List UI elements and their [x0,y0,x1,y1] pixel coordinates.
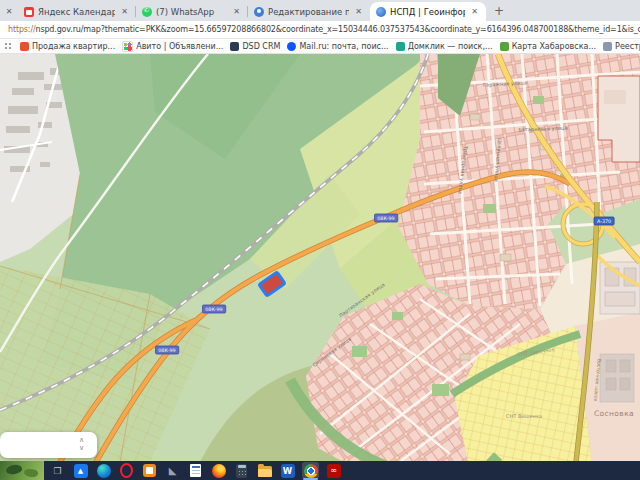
apps-grid-icon[interactable] [4,42,13,51]
dsd-crm-favicon [230,42,239,51]
whatsapp-favicon [142,7,152,17]
map-render [0,54,640,462]
firefox-icon[interactable] [210,462,227,479]
bookmark-city-map[interactable]: Карта Хабаровска... [500,42,596,51]
bookmark-domclick[interactable]: Домклик — поиск,... [396,42,493,51]
tab-whatsapp[interactable]: (7) WhatsApp ✕ [136,2,248,21]
crm-favicon [254,7,264,17]
bookmark-registry[interactable]: Реестр объектов н... [603,42,640,51]
photos-icon[interactable] [141,462,158,479]
url-text: nspd.gov.ru/map?thematic=PKK&zoom=15.665… [35,25,640,34]
yandex-disk-icon[interactable]: ▲ [72,462,89,479]
bookmark-label: Авито | Объявлени... [136,42,223,51]
bookmark-label: Домклик — поиск,... [408,42,493,51]
road-badge-federal: А-370 [594,217,615,226]
tab-label: Редактирование продавца с [268,7,349,17]
tab-close-icon[interactable]: ✕ [4,7,15,16]
tab-close-icon[interactable]: ✕ [353,7,364,16]
avito-favicon [122,41,133,52]
tab-yandex-calendar[interactable]: Яндекс Календарь ✕ [18,2,136,21]
bookmark-dsd-crm[interactable]: DSD CRM [230,42,280,51]
tab-stub[interactable]: ✕ [0,2,18,21]
tab-crm-seller[interactable]: Редактирование продавца с ✕ [248,2,370,21]
tab-close-icon[interactable]: ✕ [231,7,242,16]
bookmark-avito[interactable]: Авито | Объявлени... [122,41,223,52]
file-explorer-icon[interactable] [256,462,273,479]
tab-nspd-active[interactable]: НСПД | Геоинформационный ✕ [370,2,486,21]
acrobat-icon[interactable]: ∞ [325,462,342,479]
tool-icon[interactable]: ◣ [164,462,181,479]
bookmarks-bar: Продажа квартир... Авито | Объявлени... … [0,39,640,54]
tab-close-icon[interactable]: ✕ [119,7,130,16]
road-badge: 08К-99 [155,346,179,355]
edge-icon[interactable] [95,462,112,479]
place-label-sosnovka: Сосновка [594,410,634,418]
browser-tab-strip: ✕ Яндекс Календарь ✕ (7) WhatsApp ✕ Реда… [0,0,640,21]
bookmark-mailru[interactable]: Mail.ru: почта, поис... [287,42,388,51]
windows-taskbar: ❐ ▲ ◣ W ∞ [0,461,640,480]
city-map-favicon [500,42,509,51]
task-view-icon[interactable]: ❐ [49,462,66,479]
chevron-down-icon[interactable]: ∨ [79,444,84,452]
bookmark-label: DSD CRM [242,42,280,51]
address-bar[interactable]: https://nspd.gov.ru/map?thematic=PKK&zoo… [0,21,640,39]
chevron-up-icon[interactable]: ∧ [79,436,84,444]
yandex-calendar-favicon [24,7,34,17]
area-label: СНТ Вишенка [506,413,542,418]
bookmark-label: Продажа квартир... [32,42,115,51]
word-icon[interactable]: W [279,462,296,479]
registry-favicon [603,42,612,51]
road-badge: 08К-99 [202,305,226,314]
new-tab-button[interactable]: + [490,2,508,20]
bookmark-realty[interactable]: Продажа квартир... [20,42,115,51]
tab-label: (7) WhatsApp [156,7,227,17]
bookmark-label: Mail.ru: почта, поис... [299,42,388,51]
tab-label: НСПД | Геоинформационный [390,7,465,17]
road-badge: 08К-99 [374,214,398,223]
domclick-favicon [396,42,405,51]
map-canvas[interactable]: Гаражная улица Батарейная улица Целинная… [0,54,640,462]
calculator-icon[interactable] [233,462,250,479]
mailru-favicon [287,42,296,51]
nspd-favicon [376,7,386,17]
news-widget-image[interactable] [0,461,44,480]
bookmark-label: Карта Хабаровска... [512,42,596,51]
map-bottom-panel[interactable]: ∧ ∨ [0,432,97,458]
url-protocol: https:// [8,25,35,34]
screen: ✕ Яндекс Календарь ✕ (7) WhatsApp ✕ Реда… [0,0,640,480]
opera-icon[interactable] [118,462,135,479]
tab-close-icon[interactable]: ✕ [469,7,480,16]
tab-label: Яндекс Календарь [38,7,115,17]
realty-favicon [20,42,29,51]
document-icon[interactable] [187,462,204,479]
bookmark-label: Реестр объектов н... [615,42,640,51]
chrome-icon[interactable] [302,462,319,479]
